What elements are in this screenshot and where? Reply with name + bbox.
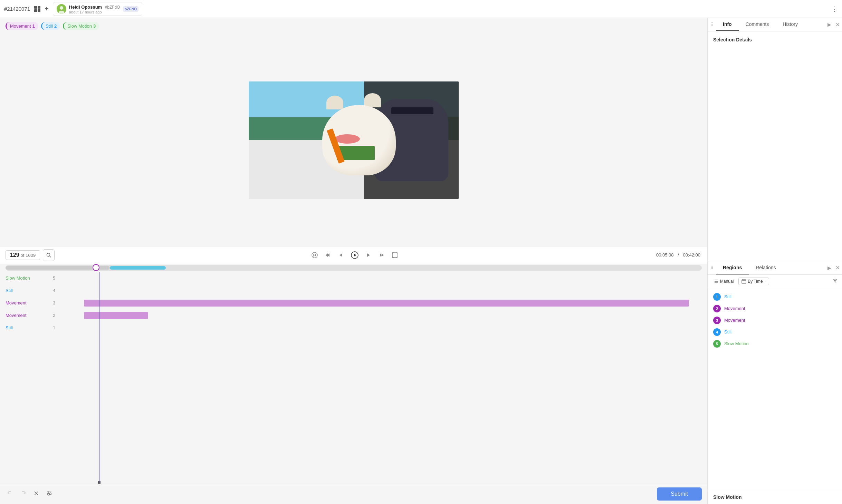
prev-frame-button[interactable] (336, 251, 346, 260)
svg-line-4 (50, 256, 51, 257)
tab-info[interactable]: Info (716, 18, 739, 31)
slow-motion-tag[interactable]: Slow Motion 3 (63, 22, 99, 30)
timeline-label-still-4: Still (6, 288, 47, 293)
scrubber-area (0, 264, 707, 272)
by-time-label: By Time (748, 279, 763, 284)
user-tag: bZFdO (123, 6, 138, 12)
undo-icon (7, 490, 13, 496)
tab-comments[interactable]: Comments (739, 18, 776, 31)
tab-regions[interactable]: Regions (716, 261, 749, 274)
scrubber-track[interactable] (6, 265, 702, 271)
region-num-2: 2 (713, 305, 721, 312)
timeline-bar-movement-2[interactable] (84, 312, 148, 319)
timeline-label-movement-2: Movement (6, 313, 47, 318)
tab-history[interactable]: History (776, 18, 805, 31)
fullscreen-button[interactable] (390, 251, 400, 260)
svg-point-23 (50, 493, 51, 494)
region-num-3: 3 (713, 317, 721, 324)
animal-ear-left (326, 96, 343, 110)
movement-tag[interactable]: Movement 1 (6, 22, 38, 30)
timeline-label-slow-motion-5: Slow Motion (6, 275, 47, 281)
panel-close-button[interactable]: ✕ (833, 19, 842, 30)
slow-motion-tag-count: 3 (93, 23, 96, 29)
slow-motion-tag-label: Slow Motion (67, 23, 92, 29)
manual-sort-button[interactable]: Manual (712, 278, 736, 285)
frame-total: 1009 (26, 253, 36, 258)
main-layout: Movement 1 Still 2 Slow Motion 3 (0, 18, 842, 504)
user-card[interactable]: Heidi Opossum #bZFdO about 17 hours ago … (53, 2, 142, 16)
regions-collapse-button[interactable]: ▶ (825, 263, 833, 273)
redo-button[interactable] (19, 489, 28, 500)
region-item-2[interactable]: 2 Movement (708, 303, 842, 314)
bottom-bar: Submit (0, 484, 707, 504)
region-item-1[interactable]: 1 Still (708, 291, 842, 303)
prev-keyframe-button[interactable] (323, 251, 333, 260)
user-hash: #bZFdO (105, 5, 120, 10)
svg-rect-28 (742, 280, 746, 283)
panel-collapse-button[interactable]: ▶ (825, 20, 833, 29)
prev-keyframe-icon (325, 252, 331, 258)
svg-rect-16 (392, 253, 397, 258)
avatar (57, 4, 66, 14)
next-frame-button[interactable] (363, 251, 374, 260)
drag-handle-bottom[interactable]: ⠿ (708, 263, 716, 273)
svg-marker-10 (339, 253, 342, 257)
submit-button[interactable]: Submit (657, 487, 702, 501)
user-name: Heidi Opossum (69, 4, 102, 10)
regions-section: ⠿ Regions Relations ▶ ✕ Manual (708, 261, 842, 504)
add-button[interactable]: + (45, 5, 49, 13)
timeline-row: Movement 2 (6, 309, 702, 322)
left-panel: Movement 1 Still 2 Slow Motion 3 (0, 18, 707, 504)
next-keyframe-icon (379, 252, 385, 258)
time-total: 00:42:00 (683, 252, 700, 258)
cancel-button[interactable] (32, 489, 41, 500)
regions-toolbar: Manual By Time ↑ (708, 275, 842, 288)
regions-close-button[interactable]: ✕ (833, 262, 842, 273)
timeline-bar-movement-3[interactable] (84, 300, 689, 307)
grid-icon[interactable] (34, 6, 40, 12)
timeline-track-3 (58, 300, 702, 307)
go-start-button[interactable] (309, 251, 320, 260)
timeline-num-2: 2 (47, 313, 55, 318)
movement-tag-count: 1 (32, 23, 35, 29)
next-frame-icon (365, 252, 372, 258)
play-pause-button[interactable] (349, 250, 361, 260)
timeline-row: Still 1 (6, 322, 702, 334)
calendar-icon (741, 279, 746, 284)
more-options-button[interactable]: ⋮ (832, 5, 838, 13)
manual-label: Manual (720, 279, 734, 284)
region-item-3[interactable]: 3 Movement (708, 314, 842, 326)
scrubber-handle[interactable] (93, 264, 99, 271)
right-section-top-header: ⠿ Info Comments History ▶ ✕ (708, 18, 842, 31)
timeline-cursor (99, 272, 100, 484)
region-item-5[interactable]: 5 Slow Motion (708, 338, 842, 350)
still-tag[interactable]: Still 2 (41, 22, 60, 30)
undo-button[interactable] (6, 489, 15, 500)
next-keyframe-button[interactable] (376, 251, 387, 260)
tab-relations[interactable]: Relations (749, 261, 783, 274)
region-item-4[interactable]: 4 Still (708, 326, 842, 338)
regions-header: ⠿ Regions Relations ▶ ✕ (708, 261, 842, 275)
search-frame-button[interactable] (43, 249, 55, 261)
timeline-area: Slow Motion 5 Still 4 Movement 3 Movemen… (0, 272, 707, 484)
human-glasses (391, 107, 433, 114)
animal-nose (335, 134, 360, 144)
redo-icon (20, 490, 26, 496)
still-tag-count: 2 (54, 23, 57, 29)
scrubber-right-fill (110, 266, 165, 270)
region-num-5: 5 (713, 340, 721, 348)
svg-point-1 (60, 6, 63, 10)
right-section-top: ⠿ Info Comments History ▶ ✕ Selection De… (708, 18, 842, 261)
settings-button[interactable] (45, 489, 54, 500)
fullscreen-icon (392, 252, 398, 258)
region-label-5: Slow Motion (724, 341, 749, 346)
go-start-icon (312, 252, 318, 258)
drag-handle-top[interactable]: ⠿ (708, 19, 716, 30)
slow-motion-title: Slow Motion (713, 494, 836, 500)
movement-tag-label: Movement (10, 23, 31, 29)
timeline-track-4 (58, 287, 702, 294)
right-panel: ⠿ Info Comments History ▶ ✕ Selection De… (707, 18, 842, 504)
selection-details-title: Selection Details (713, 37, 836, 42)
by-time-sort-button[interactable]: By Time ↑ (738, 278, 769, 285)
timeline-num-5: 5 (47, 276, 55, 281)
